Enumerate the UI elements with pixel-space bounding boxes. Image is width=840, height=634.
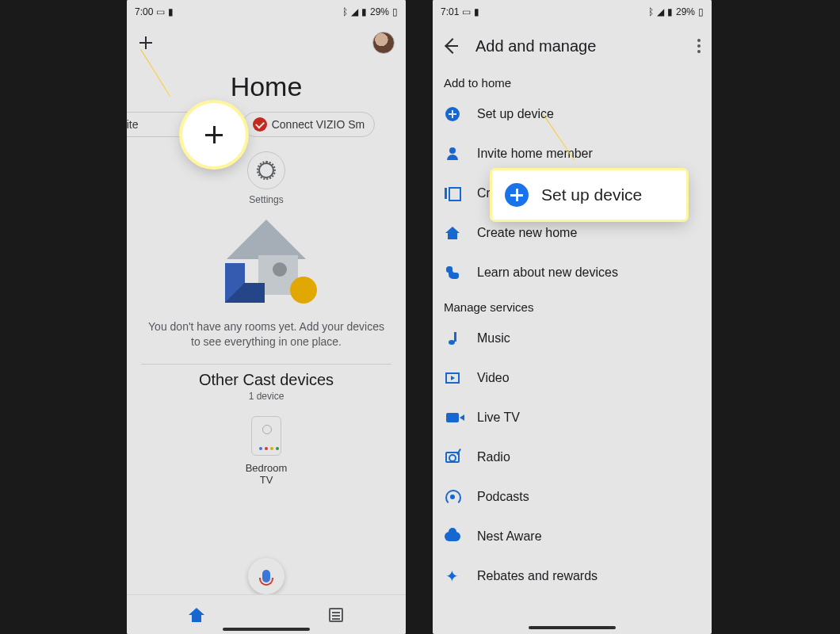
gesture-bar — [529, 626, 616, 629]
wifi-icon: ◢ — [657, 6, 664, 17]
status-bar: 7:01 ▭ ▮ ᛒ ◢ ▮ 29% ▯ — [433, 0, 712, 24]
video-icon — [445, 372, 460, 384]
notification-icon: ▭ — [156, 6, 165, 17]
status-time: 7:00 — [135, 6, 153, 17]
menu-label: Music — [477, 331, 510, 346]
menu-item-nest-aware[interactable]: Nest Aware — [433, 517, 712, 556]
star-icon — [445, 569, 460, 583]
empty-state-text: You don't have any rooms yet. Add your d… — [127, 315, 406, 357]
gesture-bar — [223, 628, 310, 631]
speaker-icon — [251, 416, 281, 456]
bluetooth-icon: ᛒ — [342, 6, 348, 17]
plus-circle-icon — [505, 183, 529, 207]
callout-setup-device: Set up device — [492, 170, 686, 220]
screen-title: Add and manage — [475, 37, 682, 55]
battery-icon: ▯ — [392, 6, 398, 17]
camera-icon — [446, 413, 459, 422]
vizio-badge-icon — [253, 117, 267, 132]
callout-add-button — [182, 103, 246, 166]
suggestion-chips: Invite ber ✕ Connect VIZIO Sm — [127, 102, 406, 143]
home-icon — [189, 608, 204, 622]
battery-icon: ▯ — [698, 6, 704, 17]
callout-label: Set up device — [541, 185, 642, 204]
wifi-icon: ◢ — [351, 6, 358, 17]
feed-icon — [329, 608, 343, 622]
cloud-icon — [445, 532, 460, 541]
top-bar — [127, 24, 406, 62]
menu-item-video[interactable]: Video — [433, 358, 712, 398]
device-card-bedroom-tv[interactable]: Bedroom TV — [239, 416, 294, 486]
battery-percent: 29% — [370, 6, 389, 17]
plus-circle-icon — [445, 107, 460, 121]
section-manage-services: Manage services — [433, 292, 712, 319]
voice-assistant-button[interactable] — [248, 558, 284, 594]
notification-icon: ▮ — [474, 6, 479, 17]
chip-label: Invite — [127, 118, 138, 131]
menu-item-invite-member[interactable]: Invite home member — [433, 134, 712, 174]
notification-icon: ▮ — [168, 6, 174, 17]
menu-label: Nest Aware — [477, 529, 542, 544]
home-illustration — [211, 220, 322, 307]
chip-label: Connect VIZIO Sm — [272, 118, 365, 131]
battery-percent: 29% — [676, 6, 695, 17]
other-cast-count: 1 device — [127, 391, 406, 402]
settings-button[interactable] — [247, 151, 285, 189]
menu-label: Invite home member — [477, 147, 593, 161]
phone-add-manage-screen: 7:01 ▭ ▮ ᛒ ◢ ▮ 29% ▯ Add and manage Add … — [433, 0, 712, 634]
menu-label: Create new home — [477, 226, 577, 240]
add-button[interactable] — [138, 35, 154, 51]
menu-label: Learn about new devices — [477, 265, 618, 280]
chip-connect-vizio[interactable]: Connect VIZIO Sm — [242, 112, 375, 137]
settings-label: Settings — [127, 194, 406, 205]
menu-label: Live TV — [477, 411, 520, 425]
music-note-icon — [449, 332, 456, 345]
divider — [141, 364, 391, 365]
plus-icon — [205, 126, 223, 143]
menu-item-rebates[interactable]: Rebates and rewards — [433, 556, 712, 596]
status-bar: 7:00 ▭ ▮ ᛒ ◢ ▮ 29% ▯ — [127, 0, 406, 24]
phone-home-screen: 7:00 ▭ ▮ ᛒ ◢ ▮ 29% ▯ Home Invite ber ✕ — [127, 0, 406, 634]
device-name: Bedroom TV — [239, 462, 294, 486]
menu-label: Podcasts — [477, 490, 529, 504]
menu-item-radio[interactable]: Radio — [433, 437, 712, 477]
profile-avatar[interactable] — [372, 32, 395, 54]
other-cast-title: Other Cast devices — [127, 371, 406, 389]
back-button[interactable] — [444, 38, 460, 54]
menu-item-podcasts[interactable]: Podcasts — [433, 477, 712, 517]
menu-item-music[interactable]: Music — [433, 319, 712, 358]
signal-icon: ▮ — [361, 6, 367, 17]
menu-label: Video — [477, 371, 510, 385]
status-time: 7:01 — [441, 6, 459, 17]
mic-icon — [262, 570, 270, 582]
signal-icon: ▮ — [667, 6, 673, 17]
page-title: Home — [127, 71, 406, 102]
notification-icon: ▭ — [462, 6, 471, 17]
podcast-icon — [446, 491, 459, 503]
menu-label: Radio — [477, 450, 510, 464]
gear-icon — [258, 162, 274, 178]
menu-item-setup-device[interactable]: Set up device — [433, 94, 712, 134]
overflow-menu-button[interactable] — [697, 39, 701, 53]
speaker-group-icon — [445, 187, 460, 200]
screen-header: Add and manage — [433, 24, 712, 68]
menu-item-learn-devices[interactable]: Learn about new devices — [433, 253, 712, 292]
menu-item-live-tv[interactable]: Live TV — [433, 398, 712, 437]
phone-icon — [446, 266, 459, 279]
radio-icon — [445, 452, 460, 463]
section-add-to-home: Add to home — [433, 68, 712, 94]
menu-label: Rebates and rewards — [477, 569, 598, 583]
person-plus-icon — [445, 147, 460, 160]
bluetooth-icon: ᛒ — [648, 6, 654, 17]
home-icon — [445, 227, 460, 239]
